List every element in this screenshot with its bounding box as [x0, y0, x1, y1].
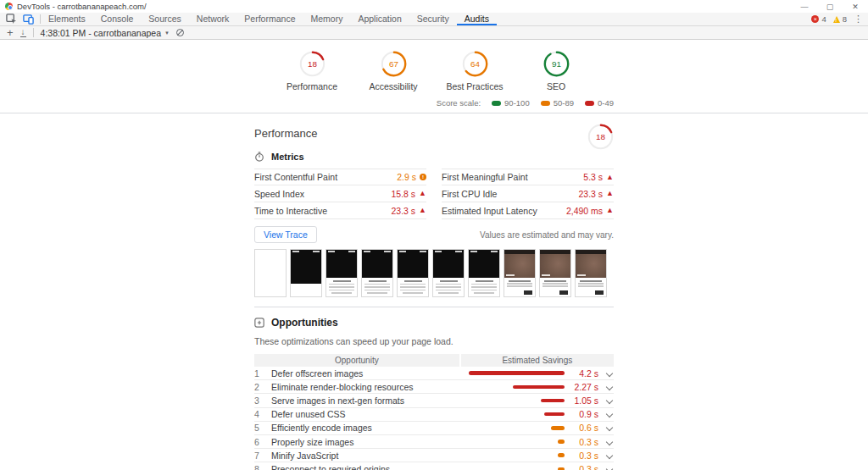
score-scale-ranges: 90-100 50-89 0-49 [492, 98, 614, 108]
column-header-estimated-savings: Estimated Savings [461, 354, 614, 367]
scale-range-label: 0-49 [598, 98, 614, 108]
score-performance[interactable]: 18 Performance [276, 51, 348, 91]
opportunity-defer-unused-css[interactable]: 4 Defer unused CSS 0.9 s [254, 408, 614, 422]
filmstrip-frame-6 [432, 249, 465, 297]
scale-range-label: 50-89 [554, 98, 574, 108]
metric-name: Time to Interactive [254, 206, 327, 216]
tab-application[interactable]: Application [350, 13, 409, 25]
svg-text:64: 64 [470, 59, 480, 69]
tab-console[interactable]: Console [93, 13, 142, 25]
window-controls: — ▢ ✕ [792, 0, 868, 13]
savings-bar [558, 467, 565, 470]
download-report-icon[interactable]: ↓ [20, 28, 26, 37]
metrics-column-left: First Contentful Paint 2.9 s!Speed Index… [254, 169, 426, 219]
tab-network[interactable]: Network [189, 13, 237, 25]
tab-elements[interactable]: Elements [41, 13, 93, 25]
chevron-down-icon[interactable] [605, 466, 614, 470]
metrics-column-right: First Meaningful Paint 5.3 s▲First CPU I… [442, 169, 614, 219]
opportunities-rows: 1 Defer offscreen images 4.2 s 2 Elimina… [254, 367, 614, 470]
filmstrip-frame-10 [575, 249, 607, 297]
maximize-icon[interactable]: ▢ [817, 0, 843, 13]
score-seo[interactable]: 91 SEO [520, 51, 592, 91]
opportunity-eliminate-render-blocking-resources[interactable]: 2 Eliminate render-blocking resources 2.… [254, 380, 614, 394]
scale-range-90-100: 90-100 [492, 98, 530, 108]
opportunity-efficiently-encode-images[interactable]: 5 Efficiently encode images 0.6 s [254, 422, 614, 435]
opportunity-properly-size-images[interactable]: 6 Properly size images 0.3 s [254, 435, 614, 449]
opportunities-column-headers: Opportunity Estimated Savings [254, 354, 614, 367]
scale-pill-icon [492, 101, 501, 106]
score-accessibility[interactable]: 67 Accessibility [358, 51, 429, 91]
opportunity-number: 6 [254, 437, 264, 447]
opportunities-section-header: Opportunities [254, 317, 614, 329]
opportunity-preconnect-to-required-origins[interactable]: 8 Preconnect to required origins 0.3 s [254, 462, 614, 470]
opportunity-label: Efficiently encode images [264, 423, 551, 433]
scale-range-0-49: 0-49 [585, 98, 614, 108]
chevron-down-icon[interactable] [605, 411, 614, 417]
console-warning-badge[interactable]: ! 8 [833, 14, 847, 24]
chevron-down-icon[interactable] [605, 384, 614, 390]
estimate-note: Values are estimated and may vary. [480, 230, 614, 240]
filmstrip-frame-1 [254, 249, 287, 297]
savings-bar [558, 440, 565, 444]
minimize-icon[interactable]: — [792, 0, 817, 13]
metric-name: First CPU Idle [442, 189, 497, 199]
metric-estimated-input-latency: Estimated Input Latency 2,490 ms▲ [442, 202, 614, 219]
audit-run-select[interactable]: 4:38:01 PM - carrotbananapea ▼ [41, 28, 170, 38]
opportunity-minify-javascript[interactable]: 7 Minify JavaScript 0.3 s [254, 449, 614, 462]
metric-value: 5.3 s [583, 172, 603, 182]
savings-bar [513, 385, 565, 390]
metric-name: First Contentful Paint [254, 172, 337, 182]
metric-first-contentful-paint: First Contentful Paint 2.9 s! [254, 169, 426, 185]
svg-text:18: 18 [307, 59, 317, 69]
metric-first-meaningful-paint: First Meaningful Paint 5.3 s▲ [442, 169, 614, 185]
fail-triangle-icon: ▲ [606, 207, 614, 214]
savings-value: 0.3 s [565, 437, 598, 447]
audit-report: 18 Performance 67 Accessibility 64 Best … [0, 40, 868, 470]
close-icon[interactable]: ✕ [843, 0, 868, 13]
savings-value: 4.2 s [565, 368, 598, 379]
view-trace-button[interactable]: View Trace [254, 226, 317, 243]
opportunity-number: 8 [254, 464, 264, 470]
scale-range-50-89: 50-89 [541, 98, 574, 108]
fail-triangle-icon: ▲ [419, 190, 426, 197]
metric-name: First Meaningful Paint [442, 172, 528, 182]
savings-bar [469, 371, 565, 375]
new-audit-icon[interactable]: + [7, 28, 14, 38]
tab-sources[interactable]: Sources [141, 13, 189, 25]
tab-audits[interactable]: Audits [457, 13, 497, 25]
chevron-down-icon[interactable] [605, 424, 614, 431]
filmstrip-frame-8 [504, 249, 536, 297]
tab-memory[interactable]: Memory [303, 13, 350, 25]
opportunity-defer-offscreen-images[interactable]: 1 Defer offscreen images 4.2 s [254, 367, 614, 380]
savings-value: 0.9 s [565, 409, 598, 419]
metrics-group-title: Metrics [271, 152, 304, 162]
devtools-tool-icons [0, 13, 40, 25]
opportunity-number: 4 [254, 409, 264, 419]
metric-name: Speed Index [254, 189, 304, 199]
opportunity-serve-images-in-next-gen-formats[interactable]: 3 Serve images in next-gen formats 1.05 … [254, 394, 614, 407]
trace-row: View Trace Values are estimated and may … [254, 226, 614, 243]
chevron-down-icon: ▼ [164, 30, 170, 36]
device-toolbar-icon[interactable] [23, 14, 34, 25]
savings-value: 0.3 s [565, 464, 598, 470]
error-icon: × [811, 15, 819, 23]
tab-performance[interactable]: Performance [236, 13, 303, 25]
score-gauge: 64 [462, 51, 488, 77]
chevron-down-icon[interactable] [605, 370, 614, 377]
kebab-menu-icon[interactable]: ⋮ [854, 14, 863, 25]
score-best-practices[interactable]: 64 Best Practices [439, 51, 510, 91]
score-label: Best Practices [446, 81, 503, 91]
chevron-down-icon[interactable] [605, 452, 614, 459]
inspect-element-icon[interactable] [6, 14, 17, 25]
tab-security[interactable]: Security [409, 13, 457, 25]
score-gauge: 67 [381, 51, 407, 77]
scale-pill-icon [541, 101, 550, 106]
chevron-down-icon[interactable] [605, 439, 614, 445]
window-titlebar: DevTools - carrotbananapeach.com/ — ▢ ✕ [0, 0, 868, 13]
chevron-down-icon[interactable] [605, 397, 614, 404]
performance-section-header: Performance 18 [254, 124, 614, 150]
performance-score-gauge[interactable]: 18 [587, 124, 614, 150]
console-error-badge[interactable]: × 4 [811, 14, 826, 24]
clear-audits-icon[interactable] [176, 29, 184, 36]
opportunity-label: Defer unused CSS [264, 409, 544, 419]
